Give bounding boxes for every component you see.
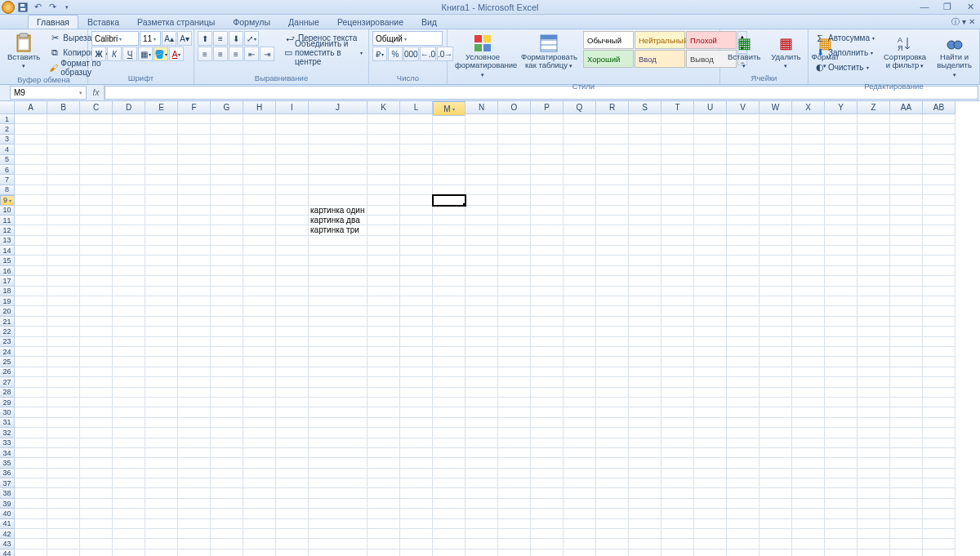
cell[interactable] — [433, 398, 466, 407]
cell[interactable] — [276, 418, 309, 428]
cell[interactable] — [760, 499, 792, 509]
cell[interactable] — [15, 428, 47, 438]
cell[interactable] — [564, 175, 596, 185]
cell[interactable] — [113, 418, 145, 428]
cell[interactable] — [825, 276, 858, 286]
cell[interactable] — [662, 175, 694, 185]
underline-button[interactable]: Ч — [122, 47, 137, 61]
cell[interactable] — [80, 367, 113, 377]
cell[interactable] — [15, 317, 47, 327]
cell[interactable] — [368, 388, 400, 398]
cell[interactable] — [178, 165, 211, 175]
cell[interactable] — [825, 266, 858, 276]
orientation-button[interactable]: ⤢ — [244, 31, 259, 46]
cell[interactable] — [792, 195, 825, 205]
cell[interactable] — [498, 438, 531, 448]
cell[interactable] — [531, 236, 564, 246]
cell[interactable] — [80, 145, 113, 154]
cell[interactable] — [276, 377, 309, 387]
cell[interactable] — [825, 509, 858, 518]
cell[interactable] — [498, 357, 531, 367]
cell[interactable] — [498, 519, 531, 529]
cell[interactable] — [694, 458, 727, 468]
cell[interactable] — [498, 428, 531, 438]
cell[interactable] — [211, 306, 243, 316]
cell[interactable] — [629, 327, 662, 336]
cell[interactable] — [498, 155, 531, 165]
cell[interactable] — [178, 488, 211, 498]
cell[interactable] — [368, 266, 400, 276]
cell[interactable] — [825, 499, 858, 509]
cell[interactable] — [760, 145, 792, 154]
cell[interactable] — [243, 509, 276, 518]
cell[interactable] — [498, 337, 531, 347]
column-header[interactable]: D — [113, 101, 145, 114]
cell[interactable] — [596, 195, 629, 205]
cell[interactable] — [596, 377, 629, 387]
format-as-table-button[interactable]: Форматировать как таблицу — [517, 31, 581, 73]
cell[interactable] — [890, 478, 923, 488]
accounting-format-button[interactable]: ₽ — [372, 47, 387, 61]
cell[interactable] — [433, 519, 466, 529]
cell[interactable] — [694, 398, 727, 407]
cell[interactable] — [727, 448, 760, 458]
cell[interactable] — [923, 287, 956, 296]
cell[interactable] — [309, 306, 368, 316]
column-header[interactable]: C — [80, 101, 113, 114]
cell[interactable] — [211, 165, 243, 175]
cell[interactable] — [825, 357, 858, 367]
cell[interactable] — [629, 317, 662, 327]
cell[interactable] — [368, 225, 400, 235]
cell[interactable] — [890, 448, 923, 458]
cell[interactable] — [531, 306, 564, 316]
cell[interactable] — [433, 438, 466, 448]
cell[interactable] — [368, 195, 400, 205]
cell[interactable] — [276, 306, 309, 316]
cell[interactable] — [662, 519, 694, 529]
cell[interactable] — [80, 124, 113, 134]
cell[interactable] — [276, 185, 309, 195]
cell[interactable] — [243, 499, 276, 509]
cell[interactable] — [531, 195, 564, 205]
autosum-button[interactable]: ΣАвтосумма — [812, 31, 877, 45]
cell[interactable] — [145, 519, 178, 529]
align-middle-button[interactable]: ≡ — [213, 31, 228, 46]
cell[interactable] — [276, 236, 309, 246]
cell[interactable] — [178, 398, 211, 407]
cell[interactable] — [113, 549, 145, 556]
cell[interactable] — [80, 539, 113, 549]
cell[interactable] — [80, 509, 113, 518]
cell[interactable] — [80, 388, 113, 398]
cell[interactable] — [727, 145, 760, 154]
cell[interactable] — [368, 478, 400, 488]
cell[interactable] — [309, 529, 368, 539]
cell[interactable] — [498, 327, 531, 336]
cell[interactable] — [433, 306, 466, 316]
cell[interactable] — [400, 478, 433, 488]
cell[interactable] — [276, 469, 309, 478]
cell[interactable] — [145, 509, 178, 518]
cell[interactable] — [178, 478, 211, 488]
column-header[interactable]: Y — [825, 101, 858, 114]
cell[interactable] — [466, 155, 498, 165]
tab-рецензирование[interactable]: Рецензирование — [328, 15, 412, 29]
cell[interactable] — [531, 317, 564, 327]
cell[interactable] — [309, 478, 368, 488]
cell[interactable] — [80, 549, 113, 556]
cell[interactable] — [466, 256, 498, 265]
cell[interactable] — [923, 499, 956, 509]
cell[interactable] — [15, 185, 47, 195]
cell[interactable] — [531, 135, 564, 145]
cell[interactable] — [629, 145, 662, 154]
cell[interactable] — [662, 225, 694, 235]
cell[interactable] — [466, 124, 498, 134]
font-name-select[interactable]: Calibri — [91, 31, 139, 46]
cell[interactable] — [368, 296, 400, 306]
cell[interactable] — [792, 124, 825, 134]
cell[interactable] — [276, 337, 309, 347]
cell[interactable] — [727, 549, 760, 556]
cell[interactable] — [309, 185, 368, 195]
cell[interactable] — [400, 499, 433, 509]
cell[interactable] — [433, 165, 466, 175]
cell[interactable] — [47, 519, 80, 529]
